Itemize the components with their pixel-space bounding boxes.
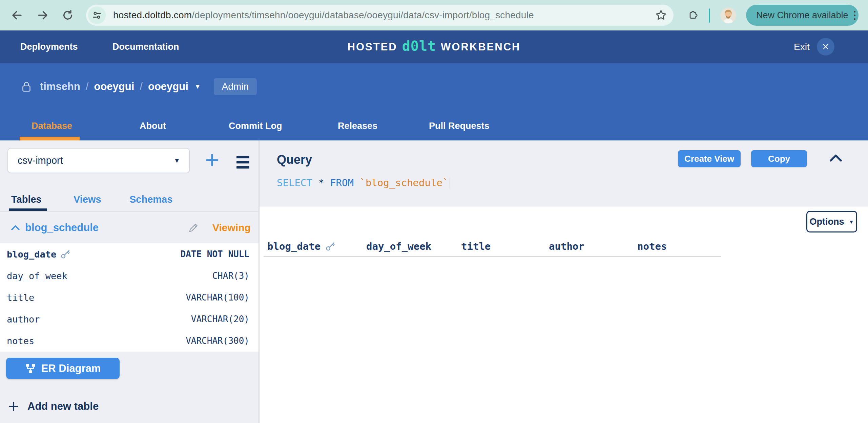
tab-database[interactable]: Database xyxy=(32,121,72,131)
app-header: Deployments Documentation HOSTED d0lt WO… xyxy=(0,30,868,63)
column-name: blog_date xyxy=(7,249,56,260)
collapse-chevron-up-icon[interactable] xyxy=(830,154,842,162)
text-cursor xyxy=(449,178,450,189)
branch-menu-icon[interactable] xyxy=(236,156,249,169)
column-row: blog_date DATE NOT NULL xyxy=(0,243,259,265)
profile-avatar[interactable] xyxy=(720,7,736,23)
er-diagram-icon xyxy=(25,363,36,374)
column-name: title xyxy=(7,292,34,303)
toolbar-separator xyxy=(709,8,710,23)
breadcrumb-deployment[interactable]: ooeygui xyxy=(94,81,134,93)
copy-button[interactable]: Copy xyxy=(751,150,807,167)
chrome-update-label: New Chrome available xyxy=(756,10,848,21)
sidebar-tab-schemas[interactable]: Schemas xyxy=(129,194,172,205)
column-row: notes VARCHAR(300) xyxy=(0,330,259,352)
tab-about[interactable]: About xyxy=(140,121,166,131)
edit-pencil-icon[interactable] xyxy=(187,222,200,234)
page: hosted.doltdb.com/deployments/timsehn/oo… xyxy=(0,0,868,423)
main-panel: Query Create View Copy SELECT * FROM `bl… xyxy=(260,140,868,423)
primary-key-icon xyxy=(60,249,70,259)
url-text: hosted.doltdb.com/deployments/timsehn/oo… xyxy=(113,10,534,21)
chrome-update-button[interactable]: New Chrome available xyxy=(746,5,859,26)
column-row: title VARCHAR(100) xyxy=(0,287,259,308)
schema-sidebar: csv-import ▼ Tables Views Schemas blog_s… xyxy=(0,140,260,423)
tab-releases[interactable]: Releases xyxy=(338,121,377,131)
url-host: hosted.doltdb.com xyxy=(113,10,192,20)
bookmark-star-icon[interactable] xyxy=(655,9,667,22)
site-settings-icon[interactable] xyxy=(88,6,106,24)
table-name[interactable]: blog_schedule xyxy=(25,222,99,234)
breadcrumb-separator: / xyxy=(140,81,143,93)
chevron-up-icon[interactable] xyxy=(11,225,20,230)
options-label: Options xyxy=(810,217,844,227)
result-column-header: blog_date xyxy=(267,241,366,252)
url-path: /deployments/timsehn/ooeygui/database/oo… xyxy=(192,10,534,20)
sidebar-tab-views[interactable]: Views xyxy=(74,194,101,205)
logo-workbench: WORKBENCH xyxy=(441,41,520,53)
forward-icon[interactable] xyxy=(37,9,49,21)
reload-icon[interactable] xyxy=(62,9,74,21)
result-column-label: blog_date xyxy=(267,241,321,252)
query-panel: Query Create View Copy SELECT * FROM `bl… xyxy=(260,140,868,206)
primary-key-icon xyxy=(325,241,335,251)
sql-keyword: SELECT xyxy=(277,177,318,188)
hosted-dolt-workbench-logo: HOSTED d0lt WORKBENCH xyxy=(348,30,521,63)
browser-toolbar: hosted.doltdb.com/deployments/timsehn/oo… xyxy=(0,0,868,30)
result-column-header: day_of_week xyxy=(366,241,461,252)
admin-badge: Admin xyxy=(214,78,257,95)
logo-dolt: d0lt xyxy=(402,38,436,54)
column-name: notes xyxy=(7,336,34,346)
nav-deployments[interactable]: Deployments xyxy=(20,30,78,63)
sidebar-tab-tables[interactable]: Tables xyxy=(11,194,42,205)
active-sidebar-tab-indicator xyxy=(9,208,47,211)
create-view-button[interactable]: Create View xyxy=(678,150,741,167)
sql-table-name: `blog_schedule` xyxy=(359,177,448,188)
result-column-header: title xyxy=(461,241,549,252)
options-button[interactable]: Options ▼ xyxy=(806,211,857,232)
viewing-status-label: Viewing xyxy=(212,222,251,233)
column-name: day_of_week xyxy=(7,271,67,281)
nav-documentation[interactable]: Documentation xyxy=(112,30,179,63)
branch-select[interactable]: csv-import ▼ xyxy=(7,148,190,173)
content: csv-import ▼ Tables Views Schemas blog_s… xyxy=(0,140,868,423)
chevron-down-icon: ▼ xyxy=(849,219,854,225)
browser-menu-icon[interactable] xyxy=(854,11,855,20)
logo-hosted: HOSTED xyxy=(348,41,397,53)
er-diagram-button[interactable]: ER Diagram xyxy=(6,358,120,379)
extensions-icon[interactable] xyxy=(686,9,699,22)
er-diagram-label: ER Diagram xyxy=(41,362,101,375)
add-branch-icon[interactable] xyxy=(205,153,220,168)
column-type: CHAR(3) xyxy=(212,271,249,281)
table-list-item[interactable]: blog_schedule Viewing xyxy=(0,212,259,243)
sql-query-editor[interactable]: SELECT * FROM `blog_schedule` xyxy=(277,177,450,189)
active-tab-indicator xyxy=(20,137,80,140)
column-list: blog_date DATE NOT NULL day_of_week CHAR… xyxy=(0,243,259,352)
add-new-table-button[interactable]: Add new table xyxy=(8,400,99,413)
exit-link[interactable]: Exit xyxy=(794,30,810,63)
column-row: day_of_week CHAR(3) xyxy=(0,265,259,287)
chevron-down-icon: ▼ xyxy=(173,157,180,164)
sql-keyword: FROM xyxy=(330,177,359,188)
back-icon[interactable] xyxy=(11,9,23,21)
column-name: author xyxy=(7,314,40,325)
column-type: DATE NOT NULL xyxy=(181,249,250,259)
plus-icon xyxy=(8,401,19,412)
tab-commit-log[interactable]: Commit Log xyxy=(229,121,282,131)
result-column-header: notes xyxy=(637,241,722,252)
column-type: VARCHAR(300) xyxy=(186,336,249,346)
breadcrumb: timsehn / ooeygui / ooeygui ▼ Admin xyxy=(20,78,257,95)
result-header-divider xyxy=(264,256,721,257)
address-bar[interactable]: hosted.doltdb.com/deployments/timsehn/oo… xyxy=(86,5,674,26)
query-title: Query xyxy=(277,153,312,167)
sql-star: * xyxy=(318,177,330,188)
breadcrumb-database[interactable]: ooeygui xyxy=(148,81,188,93)
breadcrumb-owner[interactable]: timsehn xyxy=(40,81,80,93)
result-table-header-row: blog_date day_of_week title author notes xyxy=(267,241,722,252)
database-caret-icon[interactable]: ▼ xyxy=(194,83,201,90)
branch-select-value: csv-import xyxy=(18,155,63,166)
column-type: VARCHAR(100) xyxy=(186,292,249,303)
tab-pull-requests[interactable]: Pull Requests xyxy=(429,121,490,131)
database-subheader: timsehn / ooeygui / ooeygui ▼ Admin + Ad… xyxy=(0,63,868,140)
result-column-header: author xyxy=(549,241,637,252)
close-icon[interactable] xyxy=(817,38,834,55)
